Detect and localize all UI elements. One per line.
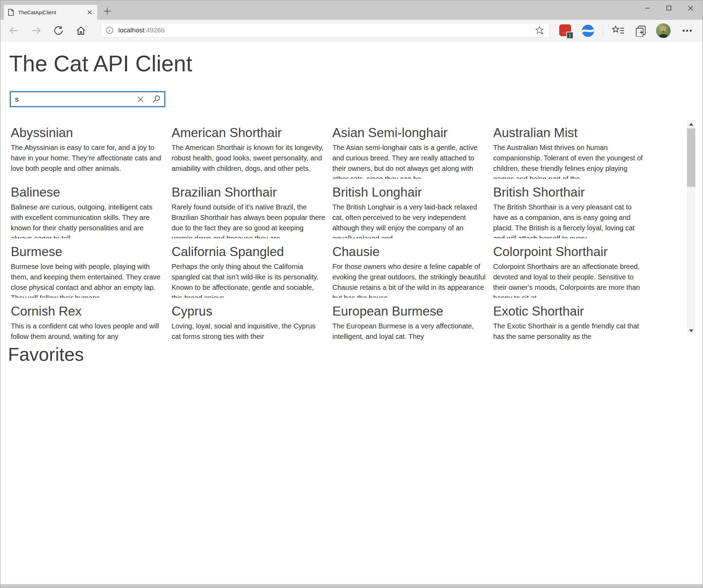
breed-description: This is a confident cat who loves people…	[11, 321, 165, 342]
breed-card[interactable]: Chausie For those owners who desire a fe…	[332, 244, 487, 298]
breed-description: Burmese love being with people, playing …	[11, 261, 165, 298]
clear-search-icon[interactable]	[132, 92, 148, 106]
breed-name: European Burmese	[332, 303, 487, 319]
favorites-heading: Favorites	[8, 344, 84, 365]
breed-description: The British Longhair is a very laid-back…	[332, 202, 487, 238]
breed-card[interactable]: Cyprus Loving, loyal, social and inquisi…	[172, 303, 326, 343]
page-doc-icon	[8, 9, 14, 16]
minimize-button[interactable]	[637, 0, 658, 16]
url-port: :49266	[144, 26, 165, 34]
close-window-button[interactable]	[680, 0, 701, 16]
add-favorite-star-icon[interactable]	[535, 26, 544, 35]
url-host: localhost	[118, 26, 144, 34]
breed-description: Colorpoint Shorthairs are an affectionat…	[493, 261, 648, 298]
refresh-icon[interactable]	[53, 25, 64, 36]
search-icon[interactable]	[148, 92, 164, 106]
maximize-button[interactable]	[658, 0, 680, 16]
breed-grid: Abyssinian The Abyssinian is easy to car…	[11, 125, 648, 343]
breed-description: Rarely found outside of it's native Braz…	[172, 202, 326, 238]
breed-name: California Spangled	[172, 244, 326, 260]
blue-extension-icon[interactable]	[580, 20, 595, 41]
breed-description: The European Burmese is a very affection…	[332, 321, 487, 342]
breed-card[interactable]: British Longhair The British Longhair is…	[332, 184, 487, 238]
breed-name: Brazilian Shorthair	[172, 184, 326, 200]
toolbar-divider	[603, 25, 603, 37]
breed-list: Abyssinian The Abyssinian is easy to car…	[0, 120, 703, 343]
search-input[interactable]	[11, 95, 132, 103]
breed-description: The Exotic Shorthair is a gentle friendl…	[493, 321, 648, 342]
breed-description: The American Shorthair is known for its …	[172, 142, 326, 174]
breed-description: For those owners who desire a feline cap…	[332, 261, 487, 298]
window-bottom-edge	[0, 584, 703, 588]
browser-toolbar: localhost:49266 ... 1 •••	[0, 20, 703, 41]
password-extension-icon[interactable]: ... 1	[559, 24, 572, 37]
breed-card[interactable]: Balinese Balinese are curious, outgoing,…	[11, 184, 165, 238]
breed-card[interactable]: Exotic Shorthair The Exotic Shorthair is…	[493, 303, 648, 343]
site-info-icon[interactable]	[106, 26, 113, 34]
tab-title: TheCatApiClient	[18, 9, 86, 15]
breed-card[interactable]: British Shorthair The British Shorthair …	[493, 184, 648, 238]
search-box	[10, 91, 165, 107]
titlebar: TheCatApiClient	[0, 0, 703, 20]
breed-description: The British Shorthair is a very pleasant…	[493, 202, 648, 238]
new-tab-button[interactable]	[102, 6, 112, 16]
home-icon[interactable]	[76, 25, 86, 36]
breed-card[interactable]: Colorpoint Shorthair Colorpoint Shorthai…	[493, 244, 648, 298]
breed-card[interactable]: American Shorthair The American Shorthai…	[172, 125, 326, 179]
settings-menu-icon[interactable]: •••	[679, 20, 696, 41]
scroll-up-icon[interactable]	[689, 123, 693, 126]
scroll-down-icon[interactable]	[689, 329, 693, 332]
breed-name: Abyssinian	[11, 125, 165, 141]
breed-card[interactable]: Burmese Burmese love being with people, …	[11, 244, 165, 298]
page-content: The Cat API Client Abyssinian The Abyssi…	[0, 42, 703, 584]
breed-card[interactable]: Brazilian Shorthair Rarely found outside…	[172, 184, 326, 238]
breed-name: Cornish Rex	[11, 303, 165, 319]
browser-window: TheCatApiClient	[0, 0, 703, 588]
breed-name: Chausie	[332, 244, 487, 260]
page-title: The Cat API Client	[9, 51, 192, 76]
breed-description: The Asian semi-longhair cats is a gentle…	[332, 142, 487, 179]
back-icon[interactable]	[9, 25, 19, 36]
breed-description: The Abyssinian is easy to care for, and …	[11, 142, 165, 174]
vertical-scrollbar[interactable]	[687, 120, 695, 335]
nav-icons	[9, 20, 86, 41]
breed-description: Balinese are curious, outgoing, intellig…	[11, 202, 165, 238]
breed-card[interactable]: Cornish Rex This is a confident cat who …	[11, 303, 165, 343]
breed-card[interactable]: California Spangled Perhaps the only thi…	[172, 244, 326, 298]
breed-name: Cyprus	[172, 303, 326, 319]
breed-card[interactable]: Australian Mist The Australian Mist thri…	[493, 125, 648, 179]
breed-name: Burmese	[11, 244, 165, 260]
breed-card[interactable]: European Burmese The European Burmese is…	[332, 303, 487, 343]
breed-description: Loving, loyal, social and inquisitive, t…	[172, 321, 326, 342]
forward-icon[interactable]	[31, 25, 41, 36]
window-controls	[637, 0, 701, 16]
breed-name: Colorpoint Shorthair	[493, 244, 648, 260]
breed-name: Australian Mist	[493, 125, 648, 141]
breed-description: Perhaps the only thing about the Califor…	[172, 261, 326, 298]
address-bar[interactable]: localhost:49266	[101, 23, 550, 38]
browser-tab[interactable]: TheCatApiClient	[4, 5, 97, 20]
favorites-hub-icon[interactable]	[610, 20, 626, 41]
breed-name: Asian Semi-longhair	[332, 125, 487, 141]
breed-name: American Shorthair	[172, 125, 326, 141]
breed-name: British Shorthair	[493, 184, 648, 200]
breed-card[interactable]: Abyssinian The Abyssinian is easy to car…	[11, 125, 165, 179]
collections-icon[interactable]	[633, 20, 648, 41]
tab-close-icon[interactable]	[86, 9, 93, 16]
breed-card[interactable]: Asian Semi-longhair The Asian semi-longh…	[332, 125, 487, 179]
url-text: localhost:49266	[118, 26, 165, 34]
profile-avatar[interactable]	[656, 23, 671, 38]
scrollbar-thumb[interactable]	[687, 128, 695, 187]
breed-name: Exotic Shorthair	[493, 303, 648, 319]
breed-description: The Australian Mist thrives on human com…	[493, 142, 648, 179]
breed-name: Balinese	[11, 184, 165, 200]
extension-badge: 1	[566, 32, 574, 39]
breed-name: British Longhair	[332, 184, 487, 200]
